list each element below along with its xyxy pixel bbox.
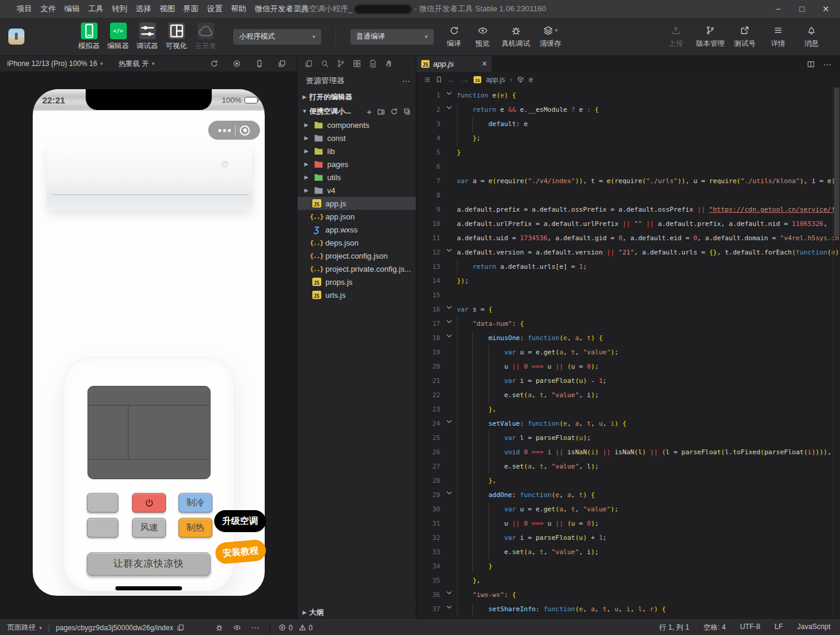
remote-button-风速[interactable]: 风速 [132, 518, 166, 537]
remote-button-blank[interactable] [87, 493, 118, 513]
fold-chevron-icon[interactable] [445, 89, 453, 103]
page-path-selector[interactable]: 页面路径 [7, 623, 36, 633]
search-icon[interactable] [321, 59, 329, 68]
folder-pages[interactable]: ▶pages [297, 158, 416, 171]
code-editor[interactable]: 1function e(e) {2return e && e.__esModul… [416, 87, 840, 620]
file-app.json[interactable]: {..}app.json [297, 210, 416, 223]
warning-count[interactable]: 0 [309, 624, 313, 632]
folder-v4[interactable]: ▶v4 [297, 184, 416, 197]
folder-components[interactable]: ▶components [297, 118, 416, 131]
action-button-bug[interactable]: 真机调试 [499, 24, 532, 49]
nav-back-icon[interactable]: ← [447, 75, 456, 84]
cursor-position[interactable]: 行 1, 列 1 [659, 623, 689, 633]
mode-button-layout[interactable]: 可视化 [162, 23, 191, 51]
remote-button-blank[interactable] [87, 518, 118, 537]
fold-chevron-icon[interactable] [445, 417, 453, 431]
file-project.private.config.js...[interactable]: {..}project.private.config.js... [297, 262, 416, 275]
menu-item-文件[interactable]: 文件 [40, 4, 56, 14]
open-editors-section[interactable]: ▶ 打开的编辑器 [297, 90, 416, 104]
warning-icon[interactable] [299, 624, 306, 631]
toolbar-button-list[interactable]: 详情 [765, 25, 791, 49]
fold-chevron-icon[interactable] [445, 331, 453, 345]
menu-item-微信开发者工具[interactable]: 微信开发者工具 [255, 4, 309, 14]
fold-chevron-icon[interactable] [445, 588, 453, 602]
remote-button-制冷[interactable]: 制冷 [178, 493, 212, 513]
mode-button-cloud[interactable]: 云开发 [191, 23, 220, 51]
fold-chevron-icon[interactable] [445, 246, 453, 260]
menu-item-工具[interactable]: 工具 [88, 4, 104, 14]
fold-chevron-icon[interactable] [445, 303, 453, 317]
toolbar-button-branch[interactable]: 版本管理 [696, 25, 725, 49]
error-count[interactable]: 0 [289, 624, 293, 632]
fold-chevron-icon[interactable] [445, 103, 453, 117]
close-circle-icon[interactable] [240, 125, 250, 136]
scrollbar-track[interactable] [832, 87, 840, 620]
minimize-button[interactable]: − [773, 4, 783, 14]
menu-item-帮助[interactable]: 帮助 [231, 4, 246, 14]
more-icon[interactable]: ⋯ [251, 623, 259, 632]
more-icon[interactable]: ⋯ [823, 59, 832, 69]
mode-button-code[interactable]: </>编辑器 [104, 23, 133, 51]
hot-reload-toggle[interactable]: 热重载 开 [118, 59, 149, 69]
menu-item-转到[interactable]: 转到 [112, 4, 127, 14]
collapse-all-icon[interactable] [403, 107, 411, 116]
share-button[interactable]: 让群友凉快凉快 [87, 552, 211, 576]
error-icon[interactable] [278, 624, 286, 631]
menu-item-界面[interactable]: 界面 [183, 4, 199, 14]
nav-forward-icon[interactable]: → [460, 75, 469, 84]
fold-chevron-icon[interactable] [445, 602, 453, 617]
split-editor-icon[interactable] [807, 60, 815, 68]
tab-appjs[interactable]: JS app.js ✕ [416, 56, 493, 72]
preview-icon[interactable] [233, 623, 241, 632]
files-icon[interactable] [305, 59, 313, 68]
close-icon[interactable]: ✕ [482, 60, 487, 68]
bookmark-icon[interactable] [435, 76, 443, 83]
close-button[interactable]: ✕ [821, 4, 830, 14]
fold-chevron-icon[interactable] [445, 488, 453, 502]
action-button-refresh[interactable]: 编译 [442, 24, 466, 49]
more-dots-icon[interactable] [218, 129, 231, 132]
folder-lib[interactable]: ▶lib [297, 144, 416, 158]
extensions-icon[interactable] [353, 59, 361, 68]
menu-item-项目[interactable]: 项目 [17, 4, 32, 14]
folder-utils[interactable]: ▶utils [297, 171, 416, 184]
menu-item-设置[interactable]: 设置 [207, 4, 222, 14]
remote-button-制热[interactable]: 制热 [178, 518, 212, 537]
more-icon[interactable]: ⋯ [402, 77, 410, 86]
mode-button-sliders[interactable]: 调试器 [133, 23, 162, 51]
file-deps.json[interactable]: {..}deps.json [297, 236, 416, 249]
miniprogram-capsule[interactable] [208, 121, 260, 140]
file-props.js[interactable]: JSprops.js [297, 275, 416, 288]
mode-button-phone[interactable]: 模拟器 [74, 23, 104, 51]
breadcrumb-symbol[interactable]: e [529, 76, 533, 84]
file-app.wxss[interactable]: Ʒapp.wxss [297, 223, 416, 236]
fold-chevron-icon[interactable] [445, 317, 453, 331]
copy-icon[interactable] [177, 624, 184, 631]
refresh-icon[interactable] [390, 107, 398, 116]
file-doc-icon[interactable] [369, 59, 377, 68]
file-urls.js[interactable]: JSurls.js [297, 288, 416, 301]
mode-dropdown[interactable]: 小程序模式 ▾ [233, 29, 321, 45]
eol[interactable]: LF [775, 623, 783, 633]
action-button-layers[interactable]: ▾清缓存 [537, 24, 563, 49]
device-selector[interactable]: iPhone 12/13 (Pro) 100% 16 [7, 59, 97, 68]
file-project.config.json[interactable]: {..}project.config.json [297, 249, 416, 262]
outline-section[interactable]: ▶ 大纲 [297, 605, 416, 620]
language-mode[interactable]: JavaScript [797, 623, 830, 633]
project-section[interactable]: ▼ 便携空调小... + [297, 104, 416, 118]
device-frame-icon[interactable] [255, 59, 264, 68]
menu-item-选择[interactable]: 选择 [136, 4, 151, 14]
outline-icon[interactable] [424, 76, 431, 83]
toolbar-button-upload[interactable]: 上传 [663, 25, 689, 49]
record-stop-icon[interactable] [233, 59, 241, 68]
toolbar-button-bell[interactable]: 消息 [798, 25, 825, 49]
debug-icon[interactable] [215, 623, 223, 632]
folder-const[interactable]: ▶const [297, 131, 416, 144]
action-button-eye[interactable]: 预览 [471, 24, 494, 49]
upgrade-ac-button[interactable]: 升级空调 [214, 510, 266, 532]
hand-icon[interactable] [385, 59, 393, 68]
encoding[interactable]: UTF-8 [740, 623, 760, 633]
breadcrumb-file[interactable]: app.js [486, 76, 505, 84]
menu-item-编辑[interactable]: 编辑 [64, 4, 80, 14]
avatar[interactable] [8, 29, 24, 45]
